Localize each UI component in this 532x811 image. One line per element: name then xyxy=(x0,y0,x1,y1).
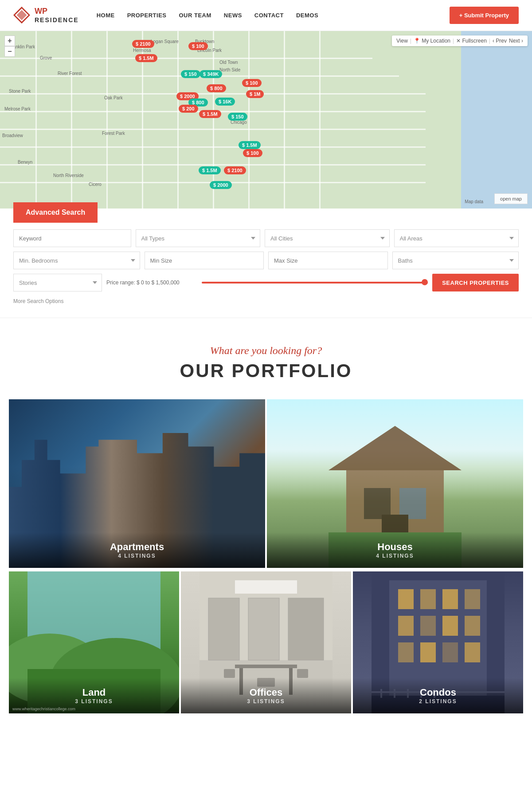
price-marker[interactable]: $ 1M xyxy=(246,90,264,98)
nav-properties[interactable]: PROPERTIES xyxy=(127,12,167,19)
nav-contact[interactable]: CONTACT xyxy=(254,12,284,19)
map-data-label: Map data xyxy=(465,199,483,204)
map-controls: View | 📍 My Location | ✕ Fullscreen | ‹ … xyxy=(392,35,528,46)
bedrooms-select[interactable]: Min. Bedrooms xyxy=(13,252,140,269)
houses-label: Houses xyxy=(278,541,512,553)
price-marker[interactable]: $ 200 xyxy=(179,105,198,113)
nav-home[interactable]: HOME xyxy=(97,12,115,19)
keyword-input[interactable] xyxy=(13,229,131,247)
price-slider[interactable] xyxy=(202,282,428,283)
submit-property-button[interactable]: + Submit Property xyxy=(450,7,519,24)
baths-select[interactable]: Baths xyxy=(392,252,519,269)
logo-icon xyxy=(13,7,30,24)
svg-rect-29 xyxy=(442,589,458,609)
header: WP RESIDENCE HOME PROPERTIES OUR TEAM NE… xyxy=(0,0,532,31)
svg-rect-37 xyxy=(442,642,458,662)
search-form: All Types All Cities All Areas Min. Bedr… xyxy=(0,223,532,309)
svg-rect-14 xyxy=(235,580,297,594)
svg-rect-17 xyxy=(288,598,324,660)
svg-rect-38 xyxy=(465,642,480,662)
zoom-out-button[interactable]: − xyxy=(4,46,15,57)
zoom-in-button[interactable]: + xyxy=(4,35,15,46)
portfolio-item-houses[interactable]: Houses 4 LISTINGS xyxy=(267,399,523,568)
svg-rect-4 xyxy=(364,488,391,519)
search-row-2: Min. Bedrooms Baths xyxy=(13,252,519,269)
advanced-search-bar[interactable]: Advanced Search xyxy=(13,202,98,223)
map-fullscreen-btn[interactable]: ✕ Fullscreen xyxy=(456,38,487,44)
map-next-btn[interactable]: Next › xyxy=(509,38,523,44)
map-water xyxy=(461,31,532,209)
search-properties-button[interactable]: SEARCH PROPERTIES xyxy=(432,274,519,291)
search-row-3: Stories Price range: $ 0 to $ 1,500,000 … xyxy=(13,274,519,291)
main-nav: HOME PROPERTIES OUR TEAM NEWS CONTACT DE… xyxy=(97,12,450,19)
price-marker[interactable]: $ 100 xyxy=(188,42,208,50)
search-section: Advanced Search All Types All Cities All… xyxy=(0,209,532,318)
price-marker[interactable]: $ 1.5M xyxy=(199,166,221,174)
cities-select[interactable]: All Cities xyxy=(265,229,390,247)
price-marker[interactable]: $ 150 xyxy=(228,113,247,121)
stories-select[interactable]: Stories xyxy=(13,274,102,291)
portfolio-item-condos[interactable]: Condos 2 LISTINGS xyxy=(353,571,523,713)
price-marker[interactable]: $ 349K xyxy=(200,70,222,78)
map-background: Franklin Park Grove River Forest Stone P… xyxy=(0,31,532,209)
map-zoom-controls: + − xyxy=(4,35,15,57)
price-slider-handle[interactable] xyxy=(422,279,428,285)
svg-rect-21 xyxy=(224,669,235,678)
search-row-1: All Types All Cities All Areas xyxy=(13,229,519,247)
price-marker[interactable]: $ 2100 xyxy=(224,166,246,174)
price-marker[interactable]: $ 100 xyxy=(243,149,262,157)
portfolio-item-offices[interactable]: Offices 3 LISTINGS xyxy=(181,571,351,713)
svg-rect-30 xyxy=(465,589,480,609)
svg-rect-28 xyxy=(420,589,436,609)
portfolio-item-land[interactable]: Land 3 LISTINGS www.wheritagechristianco… xyxy=(9,571,179,713)
price-marker[interactable]: $ 2100 xyxy=(132,40,154,48)
types-select[interactable]: All Types xyxy=(136,229,261,247)
condos-label: Condos xyxy=(364,687,512,698)
map-location-btn[interactable]: 📍 My Location xyxy=(414,38,450,44)
portfolio-top-grid: Apartments 4 LISTINGS Houses 4 LISTINGS xyxy=(9,399,523,570)
svg-rect-35 xyxy=(398,642,414,662)
max-size-input[interactable] xyxy=(268,252,388,269)
map-prev-btn[interactable]: ‹ Prev xyxy=(493,38,507,44)
logo-text: WP RESIDENCE xyxy=(35,7,79,24)
svg-rect-15 xyxy=(208,598,239,660)
map-section: Franklin Park Grove River Forest Stone P… xyxy=(0,31,532,209)
apartments-label: Apartments xyxy=(20,541,254,553)
svg-rect-36 xyxy=(420,642,436,662)
open-map-button[interactable]: open map xyxy=(494,193,528,204)
watermark: www.wheritagechristiancollege.com xyxy=(12,707,75,711)
portfolio-title: OUR PORTFOLIO xyxy=(9,360,523,382)
svg-rect-5 xyxy=(399,488,426,519)
land-label: Land xyxy=(20,687,168,698)
portfolio-bottom-grid: Land 3 LISTINGS www.wheritagechristianco… xyxy=(9,571,523,713)
svg-rect-32 xyxy=(420,616,436,636)
svg-rect-22 xyxy=(297,669,308,678)
price-marker[interactable]: $ 1.5M xyxy=(239,141,261,149)
min-size-input[interactable] xyxy=(145,252,264,269)
apartments-overlay: Apartments 4 LISTINGS xyxy=(9,532,265,568)
svg-rect-18 xyxy=(235,665,297,668)
price-marker[interactable]: $ 1.5M xyxy=(135,54,157,62)
price-marker[interactable]: $ 1.5M xyxy=(199,110,221,118)
price-slider-fill xyxy=(202,282,428,283)
price-marker[interactable]: $ 150 xyxy=(181,70,200,78)
nav-demos[interactable]: DEMOS xyxy=(296,12,318,19)
price-marker[interactable]: $ 16K xyxy=(215,98,235,106)
more-search-options-link[interactable]: More Search Options xyxy=(13,296,63,307)
apartments-listings: 4 LISTINGS xyxy=(20,553,254,559)
areas-select[interactable]: All Areas xyxy=(394,229,519,247)
svg-rect-27 xyxy=(398,589,414,609)
svg-rect-34 xyxy=(465,616,480,636)
logo[interactable]: WP RESIDENCE xyxy=(13,7,79,24)
land-listings: 3 LISTINGS xyxy=(20,698,168,705)
houses-listings: 4 LISTINGS xyxy=(278,553,512,559)
price-marker[interactable]: $ 100 xyxy=(242,79,262,87)
nav-our-team[interactable]: OUR TEAM xyxy=(179,12,211,19)
price-marker[interactable]: $ 2000 xyxy=(210,181,232,189)
portfolio-section: What are you looking for? OUR PORTFOLIO … xyxy=(0,318,532,713)
houses-overlay: Houses 4 LISTINGS xyxy=(267,532,523,568)
map-view-btn[interactable]: View xyxy=(396,38,408,44)
portfolio-item-apartments[interactable]: Apartments 4 LISTINGS xyxy=(9,399,265,568)
nav-news[interactable]: NEWS xyxy=(224,12,242,19)
price-marker[interactable]: $ 800 xyxy=(207,84,226,92)
